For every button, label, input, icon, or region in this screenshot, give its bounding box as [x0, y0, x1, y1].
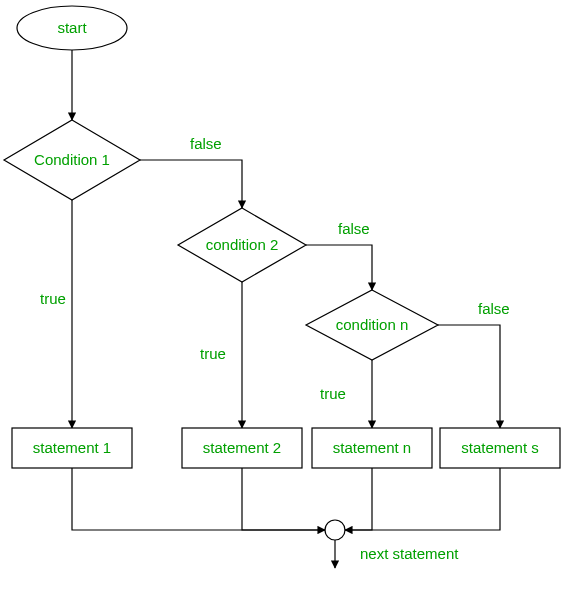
- stmt4-label: statement s: [461, 439, 539, 456]
- edge-stmt3-merge: [345, 468, 372, 530]
- edge-cond3-false: [438, 325, 500, 428]
- edge-cond2-false: [306, 245, 372, 290]
- cond1-label: Condition 1: [34, 151, 110, 168]
- cond3-true-label: true: [320, 385, 346, 402]
- edge-cond1-false: [140, 160, 242, 208]
- cond2-true-label: true: [200, 345, 226, 362]
- edge-stmt1-merge: [72, 468, 325, 530]
- cond2-label: condition 2: [206, 236, 279, 253]
- edge-stmt2-merge: [242, 468, 325, 530]
- edge-stmt4-merge: [345, 468, 500, 530]
- stmt1-label: statement 1: [33, 439, 111, 456]
- cond2-false-label: false: [338, 220, 370, 237]
- cond1-false-label: false: [190, 135, 222, 152]
- next-label: next statement: [360, 545, 459, 562]
- start-label: start: [57, 19, 87, 36]
- flowchart: start Condition 1 false true condition 2…: [0, 0, 572, 599]
- cond3-false-label: false: [478, 300, 510, 317]
- stmt3-label: statement n: [333, 439, 411, 456]
- cond1-true-label: true: [40, 290, 66, 307]
- stmt2-label: statement 2: [203, 439, 281, 456]
- merge-node: [325, 520, 345, 540]
- cond3-label: condition n: [336, 316, 409, 333]
